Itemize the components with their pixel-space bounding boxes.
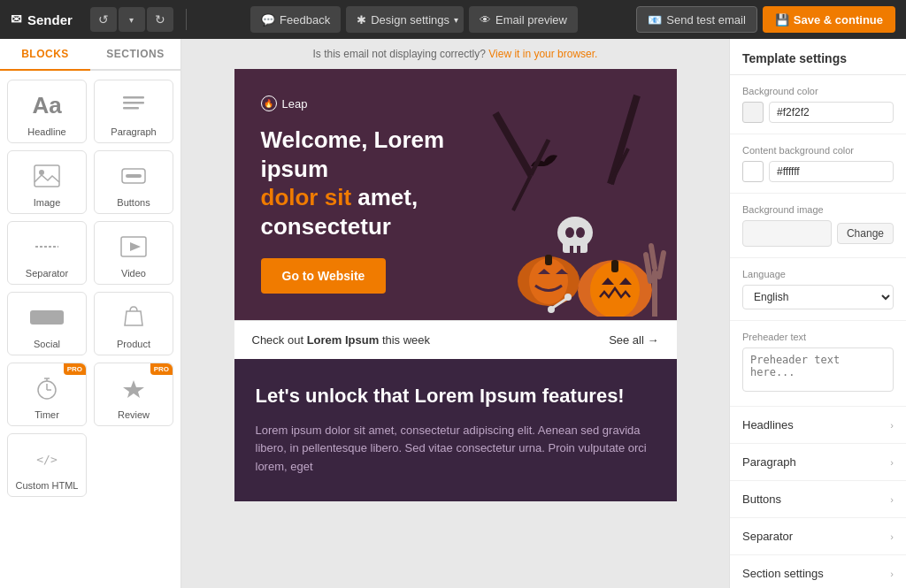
- block-video[interactable]: Video: [94, 221, 173, 285]
- timer-label: Timer: [35, 409, 59, 420]
- accordion-separator[interactable]: Separator ›: [730, 518, 906, 555]
- block-headline[interactable]: Aa Headline: [7, 80, 87, 143]
- content-bg-section: Content background color: [730, 134, 906, 194]
- block-custom-html[interactable]: </> Custom HTML: [7, 433, 87, 497]
- bg-image-label: Background image: [742, 204, 894, 215]
- redo-button[interactable]: ↻: [147, 7, 173, 32]
- hero-title-accent: dolor sit: [261, 184, 352, 210]
- buttons-chevron: ›: [890, 494, 894, 505]
- hero-section: 🔥 Leap Welcome, Lorem ipsum dolor sit am…: [234, 69, 677, 320]
- bg-color-row: [742, 102, 894, 123]
- bg-image-row: Change: [742, 220, 894, 247]
- section-settings-chevron: ›: [890, 569, 894, 579]
- feedback-icon: 💬: [261, 13, 275, 27]
- buttons-accordion-label: Buttons: [742, 493, 781, 506]
- preheader-input[interactable]: [742, 347, 894, 392]
- svg-rect-6: [126, 174, 142, 178]
- product-label: Product: [117, 339, 150, 349]
- hero-title: Welcome, Lorem ipsum dolor sit amet, con…: [261, 126, 475, 241]
- svg-rect-22: [545, 255, 552, 265]
- timer-pro-badge: PRO: [64, 363, 86, 375]
- sidebar-tabs: BLOCKS SECTIONS: [0, 39, 180, 71]
- headlines-chevron: ›: [890, 420, 894, 431]
- save-continue-button[interactable]: 💾 Save & continue: [763, 6, 895, 33]
- feature-text: Lorem ipsum dolor sit amet, consectetur …: [256, 422, 656, 477]
- review-label: Review: [118, 409, 150, 420]
- paragraph-label: Paragraph: [111, 126, 156, 137]
- video-label: Video: [121, 268, 146, 279]
- undo-button[interactable]: ↺: [90, 7, 117, 32]
- bg-image-preview: [742, 220, 832, 247]
- svg-rect-2: [123, 107, 139, 110]
- see-all-link[interactable]: See all →: [609, 333, 658, 347]
- feature-title: Let's unlock that Lorem Ipsum features!: [256, 384, 656, 409]
- tab-blocks[interactable]: BLOCKS: [0, 39, 90, 71]
- bg-color-input[interactable]: [769, 102, 894, 123]
- block-separator[interactable]: Separator: [7, 221, 87, 285]
- paragraph-label: Paragraph: [742, 455, 796, 469]
- social-icon: [30, 302, 64, 333]
- product-icon: [121, 302, 146, 333]
- email-preview-button[interactable]: 👁 Email preview: [469, 6, 578, 33]
- panel-title: Template settings: [730, 39, 906, 75]
- headline-icon: Aa: [32, 89, 61, 121]
- canvas-area: Is this email not displaying correctly? …: [181, 39, 729, 588]
- block-paragraph[interactable]: Paragraph: [94, 80, 173, 143]
- feedback-button[interactable]: 💬 💬 Feedback Feedback: [250, 6, 341, 33]
- promo-bar: Check out Lorem Ipsum this week See all …: [234, 320, 677, 359]
- bg-color-label: Background color: [742, 86, 894, 96]
- language-section: Language English French German Spanish: [730, 258, 906, 321]
- svg-rect-1: [123, 102, 144, 104]
- hero-logo-icon: 🔥: [261, 95, 277, 111]
- svg-marker-9: [130, 242, 141, 251]
- review-icon: [119, 372, 148, 404]
- accordion-paragraph[interactable]: Paragraph ›: [730, 444, 906, 481]
- svg-rect-34: [570, 246, 573, 253]
- bg-image-section: Background image Change: [730, 194, 906, 258]
- accordion-section-settings[interactable]: Section settings ›: [730, 555, 906, 588]
- eye-icon: 👁: [480, 13, 491, 27]
- content-bg-row: [742, 161, 894, 182]
- design-settings-icon: ✱: [357, 13, 366, 27]
- image-label: Image: [34, 197, 61, 208]
- separator-label: Separator: [26, 268, 68, 279]
- promo-text: Check out Lorem Ipsum this week: [252, 333, 431, 347]
- social-label: Social: [34, 339, 60, 349]
- svg-marker-18: [123, 380, 144, 398]
- svg-rect-0: [123, 96, 144, 99]
- send-test-button[interactable]: 📧 Send test email: [636, 6, 757, 33]
- svg-rect-12: [50, 310, 64, 325]
- topbar-center: 💬 💬 Feedback Feedback ✱ Design settings …: [199, 6, 629, 33]
- email-frame: 🔥 Leap Welcome, Lorem ipsum dolor sit am…: [234, 69, 677, 501]
- block-timer[interactable]: PRO Timer: [7, 363, 87, 426]
- hero-cta-button[interactable]: Go to Website: [261, 258, 387, 294]
- section-settings-label: Section settings: [742, 567, 824, 580]
- bg-color-swatch[interactable]: [742, 102, 764, 123]
- tab-sections[interactable]: SECTIONS: [90, 39, 180, 69]
- block-buttons[interactable]: Buttons: [94, 150, 173, 214]
- content-bg-input[interactable]: [769, 161, 894, 182]
- block-image[interactable]: Image: [7, 150, 87, 214]
- custom-html-label: Custom HTML: [16, 480, 79, 491]
- divider-1: [186, 9, 187, 30]
- design-settings-arrow: ▾: [454, 15, 458, 25]
- buttons-label: Buttons: [117, 197, 150, 208]
- feature-section: Let's unlock that Lorem Ipsum features! …: [234, 359, 677, 501]
- content-bg-label: Content background color: [742, 145, 894, 156]
- block-product[interactable]: Product: [94, 292, 173, 355]
- design-settings-button[interactable]: ✱ Design settings ▾: [346, 6, 464, 33]
- accordion-buttons[interactable]: Buttons ›: [730, 481, 906, 518]
- hero-logo-text: Leap: [282, 97, 308, 111]
- accordion-headlines[interactable]: Headlines ›: [730, 407, 906, 444]
- language-select[interactable]: English French German Spanish: [742, 285, 894, 309]
- view-in-browser-link[interactable]: View it in your browser.: [488, 48, 597, 60]
- bg-color-section: Background color: [730, 75, 906, 134]
- block-review[interactable]: PRO Review: [94, 363, 173, 426]
- content-bg-swatch[interactable]: [742, 161, 764, 182]
- dropdown-button[interactable]: ▾: [119, 7, 145, 32]
- topbar: ✉ Sender ↺ ▾ ↻ 💬 💬 Feedback Feedback ✱ D…: [0, 0, 906, 39]
- bg-image-change-button[interactable]: Change: [837, 223, 894, 244]
- svg-point-32: [565, 227, 574, 238]
- block-social[interactable]: Social: [7, 292, 87, 355]
- paragraph-icon: [121, 89, 146, 121]
